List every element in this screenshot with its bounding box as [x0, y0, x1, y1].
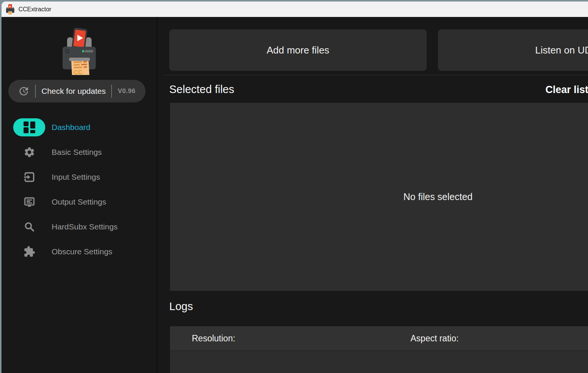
sidebar-item-input-settings[interactable]: Input Settings: [2, 168, 157, 186]
sidebar-item-label: Output Settings: [52, 197, 106, 206]
version-badge: V0.96: [118, 87, 135, 95]
dashboard-icon: [13, 118, 45, 136]
sidebar-item-label: Obscure Settings: [52, 247, 112, 256]
sidebar-item-output-settings[interactable]: Output Settings: [2, 193, 157, 211]
titlebar: CCExtractor: [2, 2, 588, 17]
app-window: CCExtractor: [2, 2, 588, 373]
sidebar-item-label: Basic Settings: [52, 148, 102, 157]
logs-table-body: [170, 351, 588, 373]
magnifier-icon: [13, 218, 45, 236]
sidebar-item-basic-settings[interactable]: Basic Settings: [2, 143, 157, 161]
logs-table: Resolution: Aspect ratio:: [170, 326, 588, 373]
sidebar-item-label: HardSubx Settings: [52, 222, 118, 231]
add-more-files-button[interactable]: Add more files: [169, 29, 427, 71]
sidebar-item-obscure-settings[interactable]: Obscure Settings: [2, 243, 157, 261]
update-icon: [18, 86, 29, 97]
sidebar-item-dashboard[interactable]: Dashboard: [2, 118, 157, 136]
no-files-message: No files selected: [403, 191, 472, 202]
gear-icon: [13, 143, 45, 161]
ccextractor-logo: CC: [57, 26, 102, 71]
sidebar-item-hardsubx-settings[interactable]: HardSubx Settings: [2, 218, 157, 236]
check-updates-button[interactable]: Check for updates V0.96: [8, 80, 145, 102]
clear-list-button[interactable]: Clear list: [545, 84, 588, 96]
app-logo-icon: [5, 4, 15, 15]
selected-files-title: Selected files: [169, 83, 234, 96]
section-divider: [165, 75, 588, 75]
sidebar-item-label: Dashboard: [52, 123, 90, 132]
divider: [111, 85, 112, 98]
divider: [35, 85, 36, 98]
logs-column-resolution: Resolution:: [170, 333, 389, 344]
check-updates-label: Check for updates: [41, 87, 106, 96]
selected-files-panel[interactable]: No files selected: [170, 103, 588, 291]
logs-column-aspect-ratio: Aspect ratio:: [389, 333, 588, 344]
window-title: CCExtractor: [18, 6, 51, 13]
listen-on-udp-button[interactable]: Listen on UDP: [438, 29, 588, 71]
logs-title: Logs: [169, 300, 193, 313]
puzzle-icon: [13, 243, 45, 261]
sidebar: CC Check for updates V0.96: [2, 17, 157, 373]
input-arrow-icon: [13, 168, 45, 186]
main-content: Add more files Listen on UDP Selected fi…: [158, 17, 588, 373]
logs-table-header: Resolution: Aspect ratio:: [170, 326, 588, 350]
sidebar-item-label: Input Settings: [52, 173, 100, 182]
svg-text:CC: CC: [74, 69, 83, 75]
monitor-lines-icon: [13, 193, 45, 211]
sidebar-nav: Dashboard Basic Settings: [2, 118, 157, 268]
